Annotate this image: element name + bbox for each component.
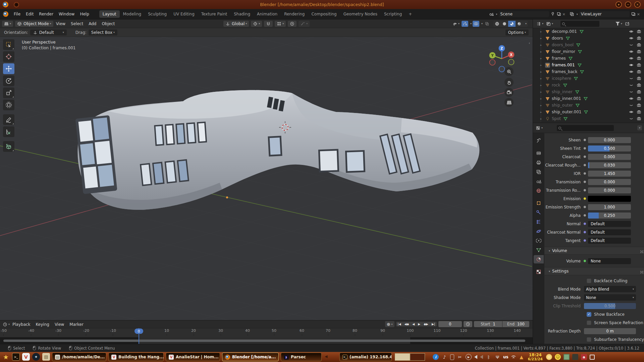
disable-render-toggle[interactable] bbox=[637, 43, 641, 47]
zoom-button[interactable] bbox=[504, 67, 514, 76]
pin-icon[interactable] bbox=[550, 12, 555, 16]
world-tab[interactable] bbox=[534, 186, 544, 195]
options-dropdown[interactable]: Options▾ bbox=[505, 29, 529, 36]
window-list-scroll-arrow[interactable]: ◀ bbox=[325, 354, 327, 359]
timeline-editor-type-button[interactable]: ▾ bbox=[3, 322, 10, 327]
playhead-frame-badge[interactable]: 0 bbox=[135, 328, 143, 334]
remove-viewlayer-icon[interactable]: × bbox=[637, 12, 640, 16]
frame-start-field[interactable]: Start1 bbox=[474, 321, 502, 327]
visibility-dropdown[interactable]: ▾ bbox=[451, 21, 461, 27]
workspace-tab[interactable]: Modeling bbox=[120, 10, 145, 18]
outliner-filter-type-dropdown[interactable]: ▾ bbox=[546, 21, 553, 26]
workspace-tab[interactable]: Layout bbox=[99, 10, 120, 18]
backface-culling-checkbox[interactable] bbox=[587, 279, 591, 283]
modifiers-tab[interactable] bbox=[534, 208, 544, 217]
viewlayer-selector[interactable]: ▾ ViewLayer × bbox=[568, 10, 641, 18]
property-value-field[interactable]: 0.000 bbox=[588, 187, 631, 193]
scene-tab[interactable] bbox=[534, 177, 544, 185]
play-tray-icon[interactable]: ▶ bbox=[466, 354, 472, 360]
wifi-tray-icon[interactable] bbox=[511, 356, 516, 358]
hide-viewport-toggle[interactable] bbox=[629, 36, 634, 41]
next-keyframe-button[interactable]: ◆▶ bbox=[422, 322, 430, 326]
outliner-row[interactable]: ▸ icosphere bbox=[533, 75, 644, 82]
steam-launcher-icon[interactable]: ✦ bbox=[32, 353, 40, 361]
property-value-field[interactable]: 0.000 bbox=[588, 179, 631, 185]
hide-viewport-toggle[interactable] bbox=[629, 29, 634, 34]
use-preview-range-button[interactable] bbox=[464, 321, 472, 327]
viewlayer-name-field[interactable]: ViewLayer bbox=[579, 11, 630, 17]
overlays-toggle[interactable] bbox=[473, 21, 479, 27]
properties-options-dropdown[interactable]: ▾ bbox=[637, 125, 642, 130]
bluetooth-tray-icon[interactable]: ᛒ bbox=[486, 354, 492, 360]
blend-mode-dropdown[interactable]: Alpha Blend▾ bbox=[584, 286, 636, 292]
gizmo-minus-y-axis[interactable] bbox=[508, 59, 514, 65]
property-value-field[interactable]: Default bbox=[588, 221, 631, 227]
hide-viewport-toggle[interactable] bbox=[629, 69, 634, 74]
outliner-row[interactable]: ▸ frames.001 bbox=[533, 62, 644, 68]
property-value-field[interactable]: Default bbox=[588, 229, 631, 235]
proportional-editing-toggle[interactable] bbox=[288, 21, 297, 27]
timeline-menu[interactable]: Marker▾ bbox=[67, 321, 86, 327]
workspace-tab[interactable]: Texture Paint bbox=[198, 10, 230, 18]
property-value-field[interactable]: 1.000 bbox=[588, 204, 631, 210]
volume-section-header[interactable]: ▾Volume bbox=[544, 247, 644, 255]
music-tray-icon[interactable]: ♪ bbox=[441, 354, 447, 360]
disable-render-toggle[interactable] bbox=[637, 56, 641, 61]
outliner-row[interactable]: ▸ doors bbox=[533, 35, 644, 42]
taskbar-window-button[interactable]: ▤ /home/amalie/De... bbox=[52, 353, 106, 361]
hide-viewport-toggle[interactable] bbox=[629, 96, 634, 101]
property-value-field[interactable]: 0.500 bbox=[588, 145, 631, 152]
cursor-tool[interactable] bbox=[3, 51, 14, 62]
gizmo-minus-z-axis[interactable] bbox=[499, 66, 505, 72]
transform-orientation-selector[interactable]: Global▾ bbox=[223, 21, 249, 27]
proportional-falloff-selector[interactable]: ▾ bbox=[299, 21, 310, 27]
properties-search-input[interactable] bbox=[557, 125, 614, 131]
taskbar-window-button[interactable]: Blender [/home/a... bbox=[222, 353, 279, 361]
favorites-launcher-icon[interactable]: ★ bbox=[2, 353, 10, 361]
particles-tab[interactable] bbox=[534, 218, 544, 226]
calculator-tray-icon[interactable] bbox=[564, 354, 570, 360]
viewport-menu[interactable]: Add bbox=[86, 20, 99, 27]
hide-viewport-toggle[interactable] bbox=[629, 56, 634, 61]
hide-viewport-toggle[interactable] bbox=[629, 43, 634, 47]
disable-render-toggle[interactable] bbox=[637, 29, 641, 34]
add-cube-tool[interactable] bbox=[3, 141, 14, 152]
keyboard-layout[interactable]: us bbox=[503, 354, 508, 360]
hide-viewport-toggle[interactable] bbox=[629, 49, 634, 54]
move-tool[interactable] bbox=[3, 63, 14, 74]
app-tray-icon[interactable] bbox=[572, 354, 578, 360]
show-backface-checkbox[interactable]: ✓ bbox=[587, 312, 591, 317]
files-launcher-icon[interactable]: ▤ bbox=[42, 353, 50, 361]
physics-tab[interactable] bbox=[534, 227, 544, 235]
hide-viewport-toggle[interactable] bbox=[629, 63, 634, 67]
menubar-menu[interactable]: Edit bbox=[23, 10, 36, 18]
scale-tool[interactable] bbox=[3, 87, 14, 98]
timeline-track[interactable] bbox=[0, 337, 533, 344]
timeline-menu[interactable]: Playback▾ bbox=[10, 321, 33, 327]
disable-render-toggle[interactable] bbox=[637, 36, 641, 41]
disable-render-toggle[interactable] bbox=[637, 76, 641, 81]
material-tab[interactable] bbox=[534, 255, 544, 263]
property-value-field[interactable] bbox=[588, 196, 631, 202]
annotate-tool[interactable] bbox=[3, 114, 14, 125]
window-menu-button[interactable]: ▾ bbox=[615, 1, 622, 8]
menubar-menu[interactable]: Window bbox=[56, 10, 77, 18]
disable-render-toggle[interactable] bbox=[637, 89, 641, 94]
scene-selector[interactable]: ▾ Scene × bbox=[488, 10, 567, 18]
unlink-scene-icon[interactable]: × bbox=[562, 12, 566, 16]
workspace-tab[interactable]: Sculpting bbox=[145, 10, 170, 18]
outliner-row[interactable]: ▸ ship_inner bbox=[533, 88, 644, 95]
outliner-row[interactable]: ▸ doors_bool bbox=[533, 42, 644, 48]
workspace-tab[interactable]: Rendering bbox=[281, 10, 308, 18]
tool-tab[interactable] bbox=[534, 136, 544, 145]
settings-section-header[interactable]: ▾Settings bbox=[544, 267, 644, 275]
workspace-pager[interactable] bbox=[395, 353, 425, 361]
drag-dropdown[interactable]: Select Box▾ bbox=[89, 29, 117, 36]
mode-selector[interactable]: Object Mode▾ bbox=[15, 21, 53, 27]
property-value-field[interactable]: Default bbox=[588, 238, 631, 244]
workspace-1-cell[interactable] bbox=[395, 353, 410, 361]
screen-space-refraction-checkbox[interactable] bbox=[587, 320, 591, 325]
gizmos-toggle[interactable] bbox=[462, 21, 468, 27]
3d-viewport[interactable]: User Perspective (0) Collection | frames… bbox=[0, 37, 533, 320]
play-button[interactable]: ▶ bbox=[416, 322, 422, 326]
